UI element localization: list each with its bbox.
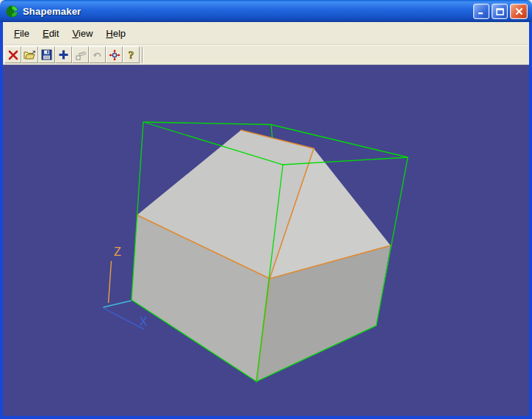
minimize-button[interactable] <box>473 4 489 19</box>
window-title: Shapemaker <box>23 6 81 17</box>
app-window: Shapemaker File Edit <box>0 0 532 419</box>
move-button[interactable] <box>106 46 123 63</box>
app-icon <box>6 5 18 18</box>
toolbar: ? <box>3 44 529 65</box>
move-arrows-icon <box>109 49 121 61</box>
maximize-button[interactable] <box>492 4 508 19</box>
open-folder-icon <box>24 49 36 61</box>
viewport-3d: Z X <box>3 65 529 416</box>
question-mark-icon: ? <box>126 49 137 61</box>
add-shape-button[interactable] <box>55 46 72 63</box>
cascade-button[interactable] <box>72 46 89 63</box>
menu-help[interactable]: Help <box>99 26 132 41</box>
titlebar[interactable]: Shapemaker <box>0 0 532 22</box>
z-axis-label: Z <box>114 246 121 258</box>
menu-view[interactable]: View <box>65 26 99 41</box>
cascade-window-icon <box>75 49 87 61</box>
toolbar-separator <box>142 47 143 63</box>
minimize-icon <box>478 8 485 15</box>
svg-text:?: ? <box>129 49 134 61</box>
menu-file[interactable]: File <box>7 26 36 41</box>
delete-button[interactable] <box>4 46 21 63</box>
save-button[interactable] <box>38 46 55 63</box>
close-icon <box>515 7 523 15</box>
undo-button[interactable] <box>89 46 106 63</box>
x-axis-label: X <box>140 315 148 328</box>
menu-edit[interactable]: Edit <box>36 26 65 41</box>
red-x-icon <box>7 49 19 61</box>
floppy-disk-icon <box>41 49 52 60</box>
maximize-icon <box>496 8 504 15</box>
blue-plus-icon <box>58 49 69 60</box>
open-button[interactable] <box>21 46 38 63</box>
menubar: File Edit View Help <box>3 22 529 44</box>
undo-arrow-icon <box>92 49 104 61</box>
help-button[interactable]: ? <box>123 46 140 63</box>
window-frame: File Edit View Help <box>0 22 532 419</box>
scene-canvas[interactable]: Z X <box>3 65 529 416</box>
close-button[interactable] <box>510 4 528 19</box>
